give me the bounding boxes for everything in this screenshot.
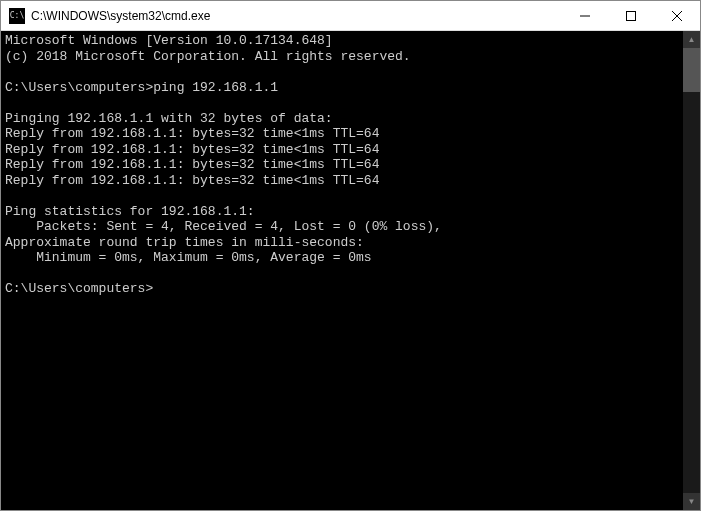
maximize-button[interactable] [608,1,654,30]
scrollbar-track[interactable] [683,48,700,493]
terminal-line: Microsoft Windows [Version 10.0.17134.64… [5,33,679,49]
terminal-line: Reply from 192.168.1.1: bytes=32 time<1m… [5,157,679,173]
terminal-line: Packets: Sent = 4, Received = 4, Lost = … [5,219,679,235]
close-icon [672,11,682,21]
vertical-scrollbar[interactable]: ▲ ▼ [683,31,700,510]
maximize-icon [626,11,636,21]
terminal-line: Reply from 192.168.1.1: bytes=32 time<1m… [5,142,679,158]
terminal-output[interactable]: Microsoft Windows [Version 10.0.17134.64… [1,31,683,510]
terminal-line: (c) 2018 Microsoft Corporation. All righ… [5,49,679,65]
terminal-line: Pinging 192.168.1.1 with 32 bytes of dat… [5,111,679,127]
terminal-line: Minimum = 0ms, Maximum = 0ms, Average = … [5,250,679,266]
terminal-line [5,266,679,282]
window-title: C:\WINDOWS\system32\cmd.exe [31,9,562,23]
terminal-line: Reply from 192.168.1.1: bytes=32 time<1m… [5,173,679,189]
window-controls [562,1,700,30]
minimize-button[interactable] [562,1,608,30]
terminal-line [5,188,679,204]
terminal-line [5,95,679,111]
titlebar[interactable]: C:\ C:\WINDOWS\system32\cmd.exe [1,1,700,31]
scroll-down-button[interactable]: ▼ [683,493,700,510]
cmd-icon: C:\ [9,8,25,24]
terminal-line: C:\Users\computers> [5,281,679,297]
terminal-line: Reply from 192.168.1.1: bytes=32 time<1m… [5,126,679,142]
scroll-up-button[interactable]: ▲ [683,31,700,48]
console-area: Microsoft Windows [Version 10.0.17134.64… [1,31,700,510]
terminal-line: C:\Users\computers>ping 192.168.1.1 [5,80,679,96]
svg-rect-1 [627,11,636,20]
close-button[interactable] [654,1,700,30]
minimize-icon [580,11,590,21]
terminal-line: Ping statistics for 192.168.1.1: [5,204,679,220]
scrollbar-thumb[interactable] [683,48,700,92]
terminal-line [5,64,679,80]
terminal-line: Approximate round trip times in milli-se… [5,235,679,251]
